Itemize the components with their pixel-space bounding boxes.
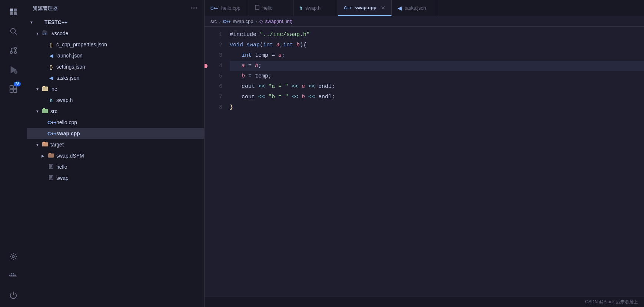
svg-rect-2: [10, 12, 13, 15]
swap-cpp-label: swap.cpp: [56, 131, 204, 136]
token: (: [260, 40, 263, 50]
run-debug-icon[interactable]: [4, 61, 22, 79]
svg-rect-23: [11, 273, 12, 274]
svg-point-6: [10, 52, 13, 54]
token: #include: [230, 30, 260, 40]
explorer-icon[interactable]: [4, 3, 22, 21]
tree-item-inc[interactable]: ▼ inc: [27, 83, 204, 95]
tree-item-swap-cpp[interactable]: C++ swap.cpp: [27, 128, 204, 139]
code-line-1: #include "../inc/swap.h": [230, 30, 644, 40]
token: <<: [258, 92, 268, 102]
arrow-root: ▼: [30, 20, 36, 24]
tab-swap-h-label: swap.h: [305, 5, 321, 11]
launch-label: launch.json: [56, 53, 204, 59]
token: ;: [282, 50, 285, 61]
tree-item-swap-h[interactable]: h swap.h: [27, 95, 204, 106]
tree-item-target[interactable]: ▼ target: [27, 139, 204, 150]
tree-item-tasks[interactable]: ◀ tasks.json: [27, 72, 204, 83]
swap-h-label: swap.h: [56, 97, 204, 103]
token: swap: [246, 40, 260, 50]
token: cout: [242, 82, 258, 92]
sidebar-more-button[interactable]: ···: [190, 4, 198, 12]
breadcrumb-sep2: ›: [255, 19, 257, 24]
token: = temp;: [245, 71, 272, 82]
code-content[interactable]: #include "../inc/swap.h" void swap(int a…: [227, 27, 644, 297]
tree-item-settings[interactable]: {} settings.json: [27, 61, 204, 72]
hello-cpp-label: hello.cpp: [56, 119, 204, 125]
source-control-icon[interactable]: [4, 42, 22, 59]
token: b: [302, 92, 305, 102]
breadcrumb-src: src: [210, 19, 217, 24]
token: <<: [305, 82, 318, 92]
token: temp =: [255, 50, 278, 61]
tab-tasks-json[interactable]: ◀ tasks.json: [392, 0, 436, 16]
token: b: [296, 40, 300, 50]
json-braces-icon: {}: [47, 42, 55, 47]
svg-point-18: [12, 255, 14, 258]
tab-swap-cpp-close[interactable]: ✕: [381, 5, 385, 11]
dsym-folder-icon: [47, 153, 55, 159]
remote-icon[interactable]: [4, 248, 22, 265]
hello-bin-label: hello: [56, 164, 204, 170]
docker-icon[interactable]: [4, 267, 22, 285]
tasks-vscode-icon: ◀: [47, 75, 55, 81]
swap-bin-label: swap: [56, 175, 204, 181]
token: <<: [305, 92, 318, 102]
search-icon[interactable]: [4, 22, 22, 40]
tab-swap-h-icon: h: [299, 5, 302, 11]
sidebar-header: 资源管理器 ···: [27, 0, 204, 17]
tree-item-launch[interactable]: ◀ launch.json: [27, 50, 204, 61]
tab-hello[interactable]: hello: [249, 0, 293, 16]
line-num-6: 6: [205, 82, 222, 92]
line-num-4: 4: [205, 61, 222, 71]
tree-item-vscode[interactable]: ▼ VS .vscode: [27, 28, 204, 39]
code-line-7: cout << "b = " << b << endl;: [230, 92, 644, 102]
svg-rect-17: [14, 89, 17, 92]
breakpoint-indicator: [205, 64, 208, 68]
token: a: [276, 40, 280, 50]
line-num-3: 3: [205, 50, 222, 61]
tree-item-hello-bin[interactable]: hello: [27, 161, 204, 172]
settings-label: settings.json: [56, 64, 204, 70]
tab-tasks-icon: ◀: [398, 5, 402, 11]
token: =: [245, 61, 255, 71]
tree-item-src[interactable]: ▼ src: [27, 106, 204, 117]
tab-hello-cpp[interactable]: C++ hello.cpp: [205, 0, 249, 16]
arrow-target: ▼: [36, 143, 42, 147]
svg-rect-1: [14, 9, 17, 11]
breadcrumb: src › C++ swap.cpp › ◇ swap(int, int): [205, 16, 644, 27]
swap-bin-icon: [47, 175, 55, 181]
tree-item-swap-dsym[interactable]: ▶ swap.dSYM: [27, 150, 204, 161]
code-line-5: b = temp;: [230, 71, 644, 82]
code-area[interactable]: 1 2 3 4 5 6 7 8 #include "../inc/swap.h"…: [205, 27, 644, 297]
breadcrumb-func: swap(int, int): [265, 19, 293, 24]
power-icon[interactable]: [4, 286, 22, 304]
token: <<: [288, 82, 302, 92]
extensions-icon[interactable]: 28: [4, 80, 22, 98]
svg-rect-34: [42, 142, 48, 146]
settings-json-icon: {}: [47, 64, 55, 70]
code-line-2: void swap(int a,int b){: [230, 40, 644, 50]
tab-hello-cpp-label: hello.cpp: [221, 5, 240, 11]
tree-item-hello-cpp[interactable]: C++ hello.cpp: [27, 117, 204, 128]
token: int: [242, 50, 255, 61]
tree-item-swap-bin[interactable]: swap: [27, 172, 204, 184]
inc-label: inc: [50, 86, 204, 92]
file-tree: ▼ TESTC++ ▼ VS .vscode {} c_cpp_properti…: [27, 17, 204, 307]
tree-item-root[interactable]: ▼ TESTC++: [27, 17, 204, 28]
token: int: [263, 40, 276, 50]
svg-text:VS: VS: [43, 32, 47, 35]
code-line-4: a = b;: [230, 61, 644, 71]
c-cpp-props-label: c_cpp_properties.json: [56, 42, 204, 47]
tab-swap-h[interactable]: h swap.h: [293, 0, 338, 16]
tab-swap-cpp-icon: C++: [344, 6, 352, 10]
svg-point-7: [14, 47, 17, 50]
token: ;: [258, 61, 262, 71]
svg-rect-46: [255, 5, 259, 10]
tree-item-c-cpp-props[interactable]: {} c_cpp_properties.json: [27, 39, 204, 50]
svg-rect-16: [10, 89, 13, 92]
svg-rect-33: [43, 108, 45, 109]
svg-point-8: [14, 52, 17, 54]
tab-swap-cpp[interactable]: C++ swap.cpp ✕: [338, 0, 392, 16]
line-num-2: 2: [205, 40, 222, 50]
